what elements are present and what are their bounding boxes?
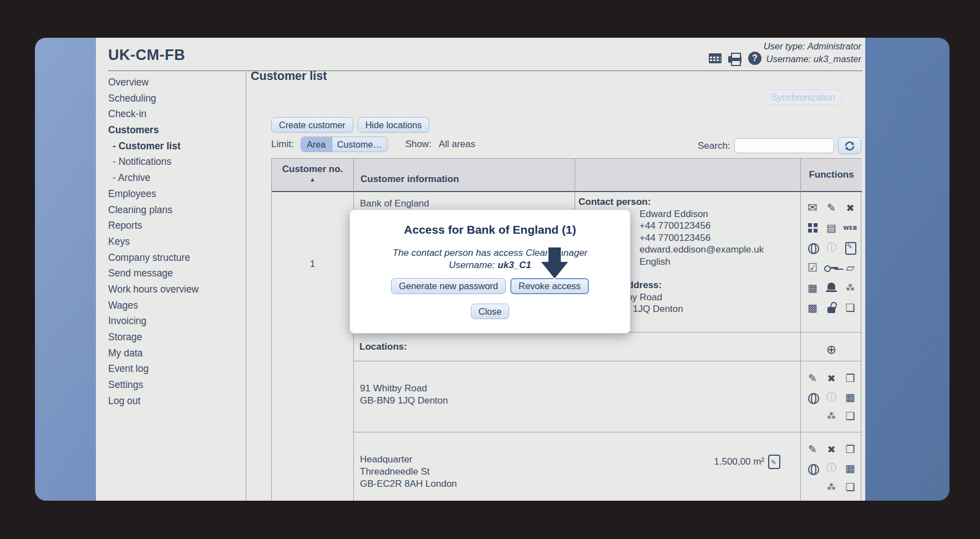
- location-row: 91 Whitby Road GB-BN9 1JQ Denton: [354, 361, 801, 432]
- edit-icon[interactable]: [822, 198, 841, 218]
- revoke-access-button[interactable]: Revoke access: [510, 278, 589, 294]
- location-area-group: 1.500,00 m²: [714, 455, 780, 469]
- documents-icon[interactable]: [841, 477, 860, 496]
- search-input[interactable]: [734, 138, 834, 153]
- column-header-blank: [575, 159, 801, 192]
- help-icon[interactable]: ?: [748, 52, 761, 65]
- sidebar-item-notifications[interactable]: - Notifications: [108, 154, 241, 170]
- sidebar-item-archive[interactable]: - Archive: [108, 170, 241, 186]
- show-value: All areas: [439, 139, 475, 150]
- show-label: Show:: [405, 139, 431, 150]
- documents-icon[interactable]: [841, 406, 860, 425]
- contact-name: Edward Eddison: [639, 208, 800, 220]
- sidebar-menu: Overview Scheduling Check-in Customers -…: [108, 74, 241, 409]
- catalog-icon[interactable]: [822, 218, 841, 238]
- edit-icon[interactable]: [803, 369, 822, 387]
- location-row: Headquarter Threadneedle St GB-EC2R 8AH …: [354, 432, 801, 501]
- customer-functions-cell: [801, 192, 862, 333]
- sidebar-item-my-data[interactable]: My data: [108, 345, 241, 361]
- column-header-customer-no[interactable]: Customer no. ▲: [272, 159, 354, 192]
- header-toolbar: ?: [709, 51, 761, 66]
- info-icon: [822, 459, 841, 477]
- documents-icon[interactable]: [841, 298, 860, 318]
- calculator-icon[interactable]: [803, 278, 822, 298]
- unlock-icon[interactable]: [822, 298, 841, 318]
- info-icon: [822, 387, 841, 406]
- edit-note-icon[interactable]: [841, 238, 860, 258]
- close-button[interactable]: Close: [471, 304, 509, 319]
- limit-option-customer[interactable]: Custome…: [332, 137, 387, 152]
- globe-icon[interactable]: [803, 238, 822, 258]
- globe-icon[interactable]: [803, 387, 822, 406]
- refresh-button[interactable]: [838, 137, 861, 154]
- delete-icon[interactable]: [841, 198, 860, 218]
- sidebar-item-overview[interactable]: Overview: [108, 74, 241, 90]
- sidebar-item-company-structure[interactable]: Company structure: [108, 250, 241, 266]
- sidebar-item-send-message[interactable]: Send message: [108, 265, 241, 281]
- hide-locations-button[interactable]: Hide locations: [358, 117, 430, 133]
- limit-segmented-control: Area Custome…: [301, 137, 388, 152]
- sidebar-item-wages[interactable]: Wages: [108, 298, 241, 314]
- dialog-username-value: uk3_C1: [497, 260, 531, 270]
- sidebar-item-customer-list[interactable]: - Customer list: [108, 138, 241, 154]
- edit-icon[interactable]: [803, 440, 822, 459]
- qr-code-icon[interactable]: [803, 298, 822, 318]
- employees-icon[interactable]: [822, 477, 841, 496]
- dialog-body: The contact person has access CleanManag…: [360, 247, 620, 271]
- sidebar-item-cleaning-plans[interactable]: Cleaning plans: [108, 202, 241, 218]
- delete-icon[interactable]: [822, 440, 841, 459]
- box-icon[interactable]: [841, 440, 860, 459]
- locations-label-cell: Locations:: [354, 333, 801, 361]
- sidebar-item-employees[interactable]: Employees: [108, 186, 241, 202]
- customer-function-icons: [801, 192, 862, 318]
- create-customer-button[interactable]: Create customer: [271, 117, 353, 133]
- sidebar-item-customers[interactable]: Customers: [108, 122, 241, 138]
- sidebar-item-invoicing[interactable]: Invoicing: [108, 313, 241, 329]
- calculator-icon[interactable]: [841, 387, 860, 406]
- map-icon[interactable]: [841, 258, 860, 278]
- edit-area-note-icon[interactable]: [768, 455, 780, 469]
- sidebar-item-check-in[interactable]: Check-in: [108, 106, 241, 122]
- user-type-label: User type: Administrator: [764, 40, 861, 53]
- print-icon[interactable]: [728, 56, 742, 63]
- sidebar-divider: [246, 72, 246, 501]
- calculator-icon[interactable]: [841, 459, 860, 477]
- refresh-icon: [844, 140, 856, 152]
- sidebar-item-work-hours-overview[interactable]: Work hours overview: [108, 281, 241, 298]
- employees-icon[interactable]: [822, 406, 841, 425]
- location-function-icons: [801, 432, 862, 496]
- delete-icon[interactable]: [822, 369, 841, 387]
- synchronization-button[interactable]: Synchronization: [765, 89, 841, 105]
- bell-icon[interactable]: [822, 278, 841, 298]
- location-function-icons: [801, 361, 862, 425]
- contact-language: English: [639, 256, 800, 268]
- sidebar-item-event-log[interactable]: Event log: [108, 361, 241, 377]
- app-page: UK-CM-FB ? User type: Administrator User…: [96, 38, 865, 501]
- generate-new-password-button[interactable]: Generate new password: [391, 278, 506, 294]
- sidebar-item-reports[interactable]: Reports: [108, 218, 241, 234]
- sidebar-item-scheduling[interactable]: Scheduling: [108, 90, 241, 107]
- location-area-value: 1.500,00 m²: [714, 456, 764, 468]
- box-icon[interactable]: [841, 369, 860, 387]
- header-divider: [108, 70, 862, 71]
- limit-option-area[interactable]: Area: [301, 137, 332, 152]
- app-title: UK-CM-FB: [108, 47, 185, 64]
- contact-details: Edward Eddison +44 7700123456 +44 770012…: [639, 208, 800, 268]
- device-screen: UK-CM-FB ? User type: Administrator User…: [35, 38, 949, 501]
- table-view-icon[interactable]: [709, 53, 722, 63]
- sidebar-item-keys[interactable]: Keys: [108, 234, 241, 250]
- tasks-icon[interactable]: [803, 258, 822, 278]
- username-label: Username: uk3_master: [764, 53, 861, 66]
- modules-icon[interactable]: [803, 218, 822, 238]
- mail-icon[interactable]: [803, 198, 822, 218]
- web-icon[interactable]: [841, 218, 860, 238]
- employees-icon[interactable]: [841, 278, 860, 298]
- sidebar-item-log-out[interactable]: Log out: [108, 393, 241, 409]
- location-address-line: GB-BN9 1JQ Denton: [360, 395, 800, 407]
- sidebar-item-settings[interactable]: Settings: [108, 377, 241, 393]
- key-icon[interactable]: [822, 258, 841, 278]
- sidebar-item-storage[interactable]: Storage: [108, 329, 241, 345]
- sort-ascending-icon: ▲: [309, 176, 316, 183]
- add-location-icon[interactable]: [822, 340, 841, 359]
- globe-icon[interactable]: [803, 459, 822, 477]
